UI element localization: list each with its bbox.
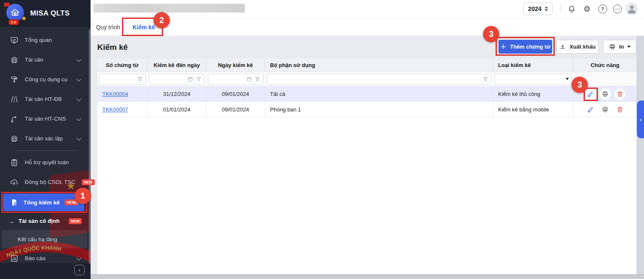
cell-department: Phòng ban 1 — [265, 102, 493, 117]
print-row-icon[interactable] — [600, 88, 611, 100]
table-row[interactable]: TKK00007 01/01/2024 09/01/2024 Phòng ban… — [97, 102, 636, 117]
year-selector[interactable]: 2024 — [523, 3, 553, 15]
topbar-divider — [560, 5, 561, 13]
export-button[interactable]: Xuất khẩu — [556, 40, 599, 54]
sidebar-item-ho-tro-quyet-toan[interactable]: Hỗ trợ quyết toán — [0, 152, 91, 172]
calendar-icon[interactable] — [187, 76, 193, 82]
filter-funnel-icon[interactable] — [254, 76, 260, 82]
filter-actions-empty — [574, 72, 636, 86]
topbar: 2024 ⚙ ? ⋯ — [91, 0, 644, 18]
tab-quy-trinh[interactable]: Quy trình — [96, 18, 120, 36]
arrow-right-icon: → — [8, 218, 14, 225]
sidebar-subitem-tai-san-co-dinh[interactable]: → Tài sản cố định NEW — [0, 212, 91, 230]
plus-icon — [500, 44, 506, 50]
filter-department[interactable] — [267, 74, 491, 85]
filter-department-input[interactable] — [270, 75, 480, 84]
sidebar-item-tong-quan[interactable]: Tổng quan — [0, 30, 91, 50]
column-header[interactable]: Kiểm kê đến ngày — [148, 59, 206, 72]
filter-funnel-icon[interactable] — [137, 76, 143, 82]
delete-icon[interactable] — [614, 104, 626, 115]
doc-no-link[interactable]: TKK00007 — [102, 106, 128, 113]
app-logo[interactable]: ★ 2.9 — [5, 3, 25, 23]
sidebar-subitem-label: Tài sản cố định — [18, 218, 60, 224]
cell-to-date: 01/01/2024 — [148, 102, 206, 117]
filter-to-date[interactable] — [149, 74, 205, 85]
sidebar-item-tong-kiem-ke-active[interactable]: Tổng kiểm kê NEW — [3, 194, 84, 211]
row-actions — [574, 88, 636, 100]
filter-doc-no[interactable] — [99, 74, 146, 85]
inventory-table: Số chứng từ Kiểm kê đến ngày Ngày kiểm k… — [97, 59, 636, 274]
print-row-icon[interactable] — [600, 104, 611, 115]
column-header[interactable]: Loại kiểm kê — [493, 59, 574, 72]
table-row[interactable]: TKK00004 31/12/2024 09/01/2024 Tất cả Ki… — [97, 86, 636, 102]
sidebar-item-label: Tổng kiểm kê — [23, 199, 60, 206]
download-icon — [559, 44, 566, 50]
help-icon[interactable]: ? — [597, 3, 608, 14]
sidebar-item-tai-san-xac-lap[interactable]: Tài sản xác lập — [0, 129, 91, 148]
sidebar-collapse-button[interactable]: ‹ — [74, 265, 85, 275]
clipboard-icon — [10, 158, 18, 167]
filter-date[interactable] — [208, 74, 263, 85]
cell-type: Kiểm kê thủ công — [493, 86, 574, 102]
sidebar-item-label: Tài sản — [25, 57, 43, 63]
filter-type-input[interactable] — [498, 75, 563, 84]
right-gutter — [636, 36, 644, 274]
tab-label: Quy trình — [96, 24, 120, 31]
report-chart-icon — [10, 254, 18, 263]
page-title: Kiểm kê — [97, 36, 128, 59]
star-icon: ★ — [21, 15, 27, 22]
filter-type-dropdown[interactable] — [495, 74, 572, 85]
sidebar-item-tai-san-ht-db[interactable]: Tài sản HT-ĐB — [0, 89, 91, 109]
panel-expander-button[interactable]: ‹ — [637, 101, 644, 138]
doc-no-link[interactable]: TKK00004 — [102, 91, 128, 97]
sidebar-item-cong-cu-dung-cu[interactable]: Công cụ dụng cụ — [0, 70, 91, 89]
caret-down-icon[interactable] — [566, 78, 569, 80]
notification-bell-icon[interactable] — [566, 3, 577, 14]
tab-kiem-ke[interactable]: Kiểm kê — [132, 18, 155, 36]
delete-icon[interactable] — [614, 88, 626, 100]
column-header[interactable]: Bộ phận sử dụng — [265, 59, 493, 72]
edit-icon[interactable] — [585, 88, 596, 100]
filter-funnel-icon[interactable] — [483, 76, 488, 82]
sidebar-divider — [15, 150, 78, 151]
user-avatar[interactable] — [626, 3, 638, 15]
chevron-down-icon — [76, 256, 81, 260]
print-label: In — [619, 44, 624, 50]
sidebar-subitem-ket-cau-ha-tang[interactable]: Kết cấu hạ tầng — [0, 230, 91, 248]
filter-to-date-input[interactable] — [152, 75, 185, 84]
column-header[interactable]: Số chứng từ — [97, 59, 148, 72]
cell-type: Kiểm kê bằng mobile — [493, 102, 574, 117]
edit-icon[interactable] — [585, 104, 596, 115]
chevron-down-icon — [76, 136, 81, 140]
sidebar-scrollbar[interactable] — [89, 29, 90, 264]
tools-icon — [10, 75, 18, 84]
sidebar-item-label: Báo cáo — [25, 255, 46, 261]
asset-icon — [10, 56, 18, 64]
cell-to-date: 31/12/2024 — [148, 86, 206, 102]
app-title: MISA QLTS — [30, 9, 70, 18]
sidebar-item-label: Tài sản HT-ĐB — [25, 96, 62, 102]
sidebar-item-label: Tổng quan — [25, 37, 52, 43]
chevron-down-icon — [76, 96, 81, 101]
version-badge: 2.9 — [8, 19, 19, 25]
sidebar: ★ NGÀY QUỐC KHÁNH ★ 2.9 MISA QLTS — [0, 0, 91, 279]
bottom-scrollbar-track[interactable] — [91, 274, 644, 279]
filter-funnel-icon[interactable] — [196, 76, 202, 82]
more-options-icon[interactable]: ⋯ — [612, 3, 623, 14]
year-stepper-icon[interactable] — [545, 6, 548, 11]
table-filter-row — [97, 72, 636, 86]
add-document-button[interactable]: Thêm chứng từ — [499, 40, 552, 54]
column-header[interactable]: Ngày kiểm kê — [206, 59, 265, 72]
sidebar-item-dong-bo-csdl-tsc[interactable]: Đồng bộ CSDL TSC NEW — [0, 172, 91, 192]
road-icon — [10, 95, 18, 103]
sidebar-item-label: Tài sản HT-CNS — [25, 116, 66, 122]
print-button[interactable]: In — [603, 40, 636, 54]
sidebar-item-label: Tài sản xác lập — [25, 135, 63, 142]
chevron-down-icon — [76, 116, 81, 121]
gear-icon[interactable]: ⚙ — [582, 3, 592, 14]
sidebar-item-tai-san[interactable]: Tài sản — [0, 50, 91, 70]
filter-doc-no-input[interactable] — [102, 75, 135, 84]
calendar-icon[interactable] — [246, 76, 252, 82]
sidebar-item-tai-san-ht-cns[interactable]: Tài sản HT-CNS — [0, 109, 91, 129]
filter-date-input[interactable] — [211, 75, 244, 84]
